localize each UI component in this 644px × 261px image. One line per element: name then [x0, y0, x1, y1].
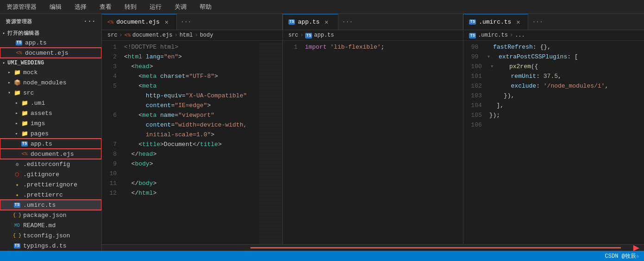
- code-editor-1[interactable]: 1 <!DOCTYPE html> 2 <html lang="en"> 3 <…: [102, 41, 282, 244]
- menu-item-goto[interactable]: 转到: [122, 2, 139, 12]
- sidebar-item-pages[interactable]: ▸ 📁 pages: [0, 128, 101, 139]
- code-line: 100 ▾ px2rem({: [463, 62, 644, 72]
- editor-area: <% document.ejs ✕ ··· TS app.ts ✕ ···: [102, 14, 644, 251]
- editors-container: src › <% document.ejs › html › body: [102, 30, 644, 244]
- code-line: 6 <meta name="viewport": [102, 111, 257, 121]
- code-line: 102 exclude: '/node_modules/i',: [463, 82, 644, 91]
- editorconfig-label: .editorconfig: [23, 161, 70, 168]
- menu-item-run[interactable]: 运行: [147, 2, 164, 12]
- code-line: initial-scale=1.0">: [102, 130, 257, 140]
- panel1-more[interactable]: ···: [177, 14, 195, 30]
- editorconfig-icon: ⚙: [13, 160, 21, 168]
- code-line: 101 remUnit: 37.5,: [463, 72, 644, 82]
- ejs-icon: <%: [15, 49, 23, 57]
- status-bar: CSDN @牧辰☆: [0, 251, 644, 261]
- prettierrc-label: .prettierrc: [23, 191, 63, 198]
- menu-item-select[interactable]: 选择: [72, 2, 89, 12]
- menu-item-edit[interactable]: 编辑: [47, 2, 64, 12]
- gitignore-icon: ⬡: [13, 170, 21, 178]
- sidebar-item-src[interactable]: ▾ 📁 src: [0, 88, 101, 98]
- assets-label: assets: [31, 110, 52, 117]
- menu-item-view[interactable]: 查看: [97, 2, 114, 12]
- imgs-folder-icon: 📁: [20, 119, 29, 127]
- umirc-ts-icon: TS: [13, 201, 21, 209]
- package-json-label: package.json: [23, 212, 67, 219]
- menu-item-terminal[interactable]: 关调: [172, 2, 189, 12]
- sidebar-item-umi[interactable]: ▸ 📁 .umi: [0, 98, 101, 108]
- pages-label: pages: [31, 130, 49, 137]
- folder-node-icon: 📦: [13, 78, 21, 87]
- tab-app-ts-close[interactable]: ✕: [322, 18, 331, 26]
- bc3-icon: TS: [469, 32, 476, 38]
- project-root[interactable]: ▾ UMI_WEDDING: [0, 59, 101, 67]
- sidebar-item-app-ts[interactable]: ▸ TS app.ts: [0, 139, 101, 149]
- tab-umirc-ts[interactable]: TS .umirc.ts ✕: [463, 14, 528, 30]
- panel3-tabs: TS .umirc.ts ✕ ···: [463, 14, 644, 30]
- app-ts-label: app.ts: [31, 140, 52, 147]
- bc1-html: html: [180, 32, 193, 38]
- code-editor-3[interactable]: 98 fastRefresh: {}, 99 ▾ extraPostCSSPlu…: [463, 41, 644, 244]
- code-line: 12 </html>: [102, 189, 257, 198]
- tab-app-ts[interactable]: TS app.ts ✕: [283, 14, 338, 30]
- sidebar-open-editors-header[interactable]: ▾ 打开的编辑器: [0, 29, 101, 38]
- readme-icon: MD: [13, 221, 21, 229]
- sidebar-more-icon[interactable]: ···: [83, 18, 96, 25]
- menu-bar: 资源管理器 编辑 选择 查看 转到 运行 关调 帮助: [0, 0, 644, 14]
- node-modules-label: node_modules: [23, 79, 67, 86]
- prettierignore-icon: ✦: [13, 180, 21, 189]
- open-editors-chevron: ▾: [0, 31, 7, 36]
- sidebar-tree: ▾ 打开的编辑器 TS app.ts <% document.ejs ▾: [0, 29, 101, 251]
- sidebar-item-readme[interactable]: ▸ MD README.md: [0, 220, 101, 230]
- sidebar-item-umirc-ts[interactable]: ▸ TS .umirc.ts: [0, 200, 101, 210]
- code-line: 106: [463, 121, 644, 130]
- tab-document-ejs[interactable]: <% document.ejs ✕: [102, 14, 177, 30]
- editor-panel-3: TS .umirc.ts › ... 98 fastRefresh: {},: [463, 30, 644, 244]
- bc2-file: app.ts: [314, 32, 334, 38]
- tab-document-ejs-close[interactable]: ✕: [163, 18, 171, 26]
- open-editor-app-ts[interactable]: TS app.ts: [0, 38, 101, 48]
- mock-label: mock: [23, 69, 38, 76]
- sidebar-header: 资源管理器 ···: [0, 14, 101, 29]
- sidebar-item-node-modules[interactable]: ▸ 📦 node_modules: [0, 77, 101, 88]
- code-line: content="width=device-width,: [102, 121, 257, 130]
- sidebar-item-mock[interactable]: ▸ 📁 mock: [0, 67, 101, 77]
- open-editor-document-ejs[interactable]: <% document.ejs: [0, 48, 101, 58]
- sidebar-item-tsconfig[interactable]: ▸ { } tsconfig.json: [0, 230, 101, 241]
- code-line: 9 <body>: [102, 159, 257, 169]
- sidebar-item-prettierrc[interactable]: ▸ ✦ .prettierrc: [0, 190, 101, 200]
- menu-item-help[interactable]: 帮助: [197, 2, 214, 12]
- menu-item-explorer[interactable]: 资源管理器: [4, 2, 39, 12]
- sidebar-item-imgs[interactable]: ▸ 📁 imgs: [0, 118, 101, 128]
- code-line: 99 ▾ extraPostCSSPlugins: [: [463, 52, 644, 62]
- code-lines-1: 1 <!DOCTYPE html> 2 <html lang="en"> 3 <…: [102, 41, 282, 244]
- sidebar: 资源管理器 ··· ▾ 打开的编辑器 TS app.ts <%: [0, 14, 102, 251]
- sidebar-title: 资源管理器: [6, 18, 32, 25]
- code-editor-2[interactable]: 1 import 'lib-flexible';: [283, 41, 463, 244]
- sidebar-item-gitignore[interactable]: ▸ ⬡ .gitignore: [0, 169, 101, 179]
- pages-folder-icon: 📁: [20, 129, 29, 138]
- tab-ts-icon: TS: [288, 19, 295, 25]
- sidebar-item-assets[interactable]: ▸ 📁 assets: [0, 108, 101, 118]
- sidebar-item-prettierignore[interactable]: ▸ ✦ .prettierignore: [0, 179, 101, 190]
- bc1-file: document.ejs: [132, 32, 172, 38]
- code-line: 7 <title>Document</title>: [102, 140, 257, 150]
- panel3-more[interactable]: ···: [528, 14, 546, 30]
- horizontal-scrollbar[interactable]: ▶: [102, 244, 644, 251]
- umirc-ts-label: .umirc.ts: [23, 202, 56, 209]
- src-folder-icon: 📁: [13, 89, 21, 97]
- tab-umirc-ts-close[interactable]: ✕: [514, 18, 522, 26]
- tab-app-ts-label: app.ts: [298, 19, 319, 25]
- sidebar-item-editorconfig[interactable]: ▸ ⚙ .editorconfig: [0, 159, 101, 169]
- panel2-more[interactable]: ···: [338, 14, 356, 30]
- bc1-file-icon: <%: [125, 32, 131, 38]
- project-chevron: ▾: [0, 60, 7, 66]
- code-line: 2 <html lang="en">: [102, 52, 257, 62]
- sidebar-item-document-ejs[interactable]: ▸ <% document.ejs: [0, 149, 101, 159]
- sidebar-item-package-json[interactable]: ▸ { } package.json: [0, 210, 101, 220]
- sidebar-item-typings[interactable]: ▸ TS typings.d.ts: [0, 241, 101, 251]
- tsconfig-icon: { }: [13, 231, 21, 240]
- code-line: 105 });: [463, 111, 644, 121]
- typings-icon: TS: [13, 242, 21, 250]
- bc3-ellipsis: ...: [515, 32, 525, 38]
- tab-ejs-icon: <%: [107, 19, 113, 25]
